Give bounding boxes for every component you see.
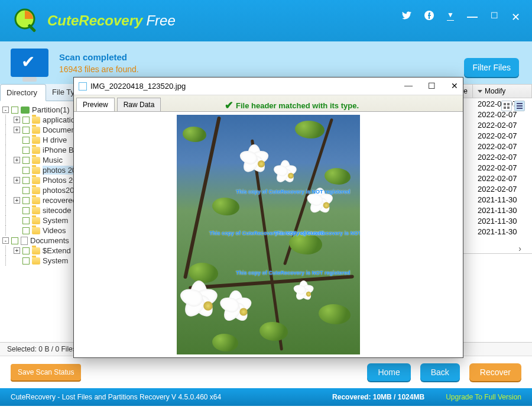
filter-files-button[interactable]: Filter Files (464, 58, 519, 77)
checkbox[interactable] (22, 257, 30, 265)
checkbox[interactable] (22, 247, 30, 254)
expand-icon[interactable]: - (2, 237, 9, 244)
view-grid-icon[interactable] (501, 101, 512, 111)
scan-text: Scan completed 16943 files are found. (59, 52, 139, 74)
tree-label: System (43, 216, 68, 225)
svg-rect-7 (517, 103, 523, 104)
view-list-icon[interactable] (514, 101, 525, 111)
expand-icon[interactable] (14, 257, 20, 264)
preview-minimize-icon[interactable]: — (404, 81, 413, 91)
title-bar: CuteRecovery Free ▼ — ☐ ✕ (0, 0, 532, 41)
app-logo-icon (12, 6, 41, 36)
upgrade-link[interactable]: Upgrade To Full Version (446, 393, 521, 401)
checkbox[interactable] (22, 207, 30, 214)
checkbox[interactable] (22, 217, 30, 224)
checkbox[interactable] (22, 157, 30, 164)
modify-date: 2022-02-07 (473, 163, 532, 172)
expand-icon[interactable]: + (14, 127, 20, 133)
preview-maximize-icon[interactable]: ☐ (428, 81, 436, 91)
folder-icon (32, 247, 40, 254)
preview-image-area: This copy of CuteRecovery is NOT registe… (74, 112, 463, 357)
checkbox[interactable] (22, 137, 30, 144)
checkbox[interactable] (22, 117, 30, 124)
folder-icon (32, 137, 40, 144)
checkbox[interactable] (11, 237, 18, 244)
folder-icon (32, 207, 40, 214)
checkbox[interactable] (22, 127, 30, 134)
expand-icon[interactable]: - (2, 107, 9, 113)
expand-icon[interactable] (14, 217, 20, 224)
expand-icon[interactable] (14, 147, 20, 153)
modify-date: 2021-11-30 (473, 217, 532, 225)
expand-icon[interactable] (14, 227, 20, 234)
preview-tabbar: Preview Raw Data ✔ File header matched w… (74, 95, 463, 112)
svg-rect-9 (517, 108, 523, 109)
tree-label: Documents (30, 236, 69, 245)
checkbox[interactable] (22, 227, 30, 234)
preview-window: IMG_20220418_123520.jpg — ☐ ✕ Preview Ra… (73, 77, 463, 358)
expand-icon[interactable]: + (14, 197, 20, 204)
tree-label: recovered (43, 196, 77, 205)
scan-title: Scan completed (59, 52, 139, 62)
checkbox[interactable] (22, 177, 30, 184)
preview-titlebar[interactable]: IMG_20220418_123520.jpg — ☐ ✕ (74, 78, 463, 95)
expand-icon[interactable] (14, 137, 20, 143)
modify-date: 2022-02-07 (473, 131, 532, 140)
expand-icon[interactable] (14, 187, 20, 194)
home-button[interactable]: Home (367, 363, 410, 381)
modify-date: 2022-02-07 (473, 142, 532, 151)
svg-rect-4 (507, 103, 510, 105)
checkbox[interactable] (22, 197, 30, 204)
folder-icon (32, 117, 40, 124)
scan-sub: 16943 files are found. (59, 65, 139, 74)
tree-label: Music (43, 156, 63, 165)
dropdown-icon[interactable]: ▼ (447, 11, 454, 24)
partition-icon (21, 107, 30, 114)
maximize-icon[interactable]: ☐ (491, 11, 498, 24)
facebook-icon[interactable] (424, 11, 434, 24)
tree-label: $Extend (43, 246, 71, 255)
close-icon[interactable]: ✕ (511, 11, 520, 24)
sort-desc-icon (478, 90, 482, 93)
expand-icon[interactable] (14, 207, 20, 214)
back-button[interactable]: Back (420, 363, 460, 381)
expand-icon[interactable] (14, 167, 20, 173)
recover-button[interactable]: Recover (469, 363, 521, 381)
tab-preview[interactable]: Preview (76, 98, 115, 112)
folder-icon (32, 257, 40, 265)
preview-app-icon (79, 82, 87, 91)
tree-label: Videos (43, 226, 66, 235)
window-controls: ▼ — ☐ ✕ (402, 11, 520, 24)
expand-icon[interactable]: + (14, 157, 20, 163)
header-match-msg: ✔ File header matched with its type. (225, 99, 359, 112)
preview-filename: IMG_20220418_123520.jpg (90, 82, 186, 91)
app-version-text: CuteRecovery - Lost Files and Partitions… (11, 393, 221, 401)
app-name: CuteRecovery (47, 12, 142, 29)
col-modify[interactable]: Modify (473, 85, 532, 98)
checkbox[interactable] (22, 147, 30, 154)
selected-status: Selected: 0 B / 0 Files. (7, 345, 78, 353)
svg-rect-5 (504, 107, 506, 109)
expand-icon[interactable]: + (14, 117, 20, 123)
checkbox[interactable] (22, 167, 30, 174)
save-scan-button[interactable]: Save Scan Status (11, 364, 81, 380)
folder-icon (32, 197, 40, 204)
check-icon: ✔ (225, 99, 233, 112)
tab-rawdata[interactable]: Raw Data (117, 98, 161, 112)
tab-directory[interactable]: Directory (0, 84, 46, 101)
preview-close-icon[interactable]: ✕ (451, 81, 458, 91)
folder-icon (32, 167, 40, 174)
tree-label: sitecode (43, 206, 71, 215)
folder-icon (32, 127, 40, 134)
expand-icon[interactable]: + (14, 247, 20, 254)
expand-icon[interactable]: + (14, 177, 20, 183)
folder-icon (32, 227, 40, 234)
checkbox[interactable] (22, 187, 30, 194)
checkbox[interactable] (11, 107, 18, 114)
modify-date: 2022-02-07 (473, 121, 532, 130)
svg-rect-3 (504, 103, 506, 105)
minimize-icon[interactable]: — (467, 11, 478, 24)
folder-icon (32, 177, 40, 184)
view-mode-buttons (501, 101, 525, 111)
twitter-icon[interactable] (402, 11, 411, 24)
